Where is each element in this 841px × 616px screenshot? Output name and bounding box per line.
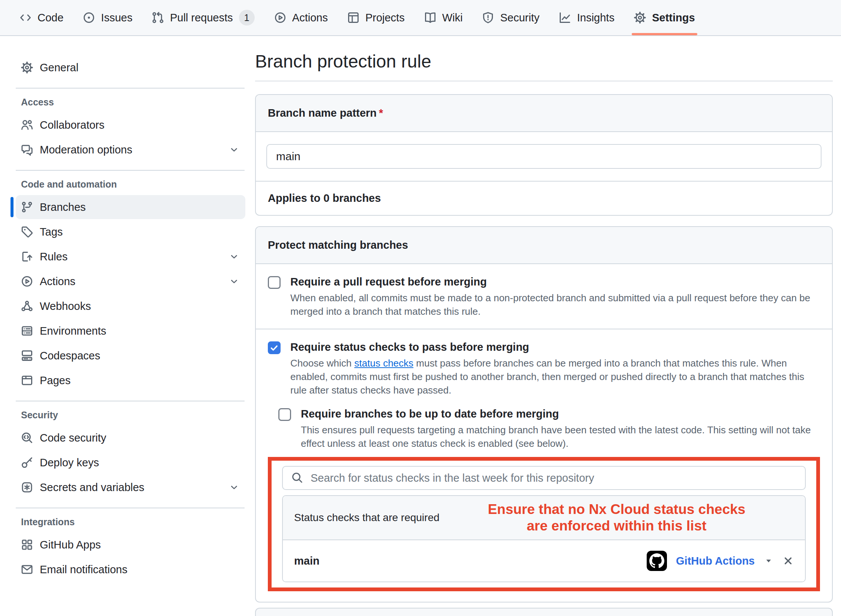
sidebar-item-email-notifications[interactable]: Email notifications — [16, 557, 245, 581]
required-status-checks-panel: Status checks that are required Ensure t… — [282, 495, 806, 582]
sidebar-item-label: Deploy keys — [40, 457, 239, 469]
sidebar-item-actions[interactable]: Actions — [16, 269, 245, 293]
require-pr-description: When enabled, all commits must be made t… — [290, 291, 819, 318]
checkmark-icon — [269, 343, 279, 353]
sidebar-item-tags[interactable]: Tags — [16, 220, 245, 244]
protect-matching-branches-header: Protect matching branches — [256, 227, 832, 264]
page-title: Branch protection rule — [255, 51, 833, 72]
code-scan-icon — [21, 432, 33, 444]
apps-icon — [21, 539, 33, 551]
sidebar-item-label: GitHub Apps — [40, 539, 239, 551]
tab-wiki[interactable]: Wiki — [417, 0, 470, 35]
require-status-checks-checkbox[interactable] — [268, 341, 281, 354]
sidebar-item-rules[interactable]: Rules — [16, 245, 245, 269]
sidebar-item-label: Webhooks — [40, 300, 239, 313]
divider — [16, 508, 245, 508]
tab-label: Code — [38, 12, 63, 24]
sidebar-item-label: Code security — [40, 432, 239, 444]
key-icon — [21, 457, 33, 469]
sidebar-item-label: Tags — [40, 226, 239, 238]
github-mark-icon — [649, 553, 664, 568]
annotation-line: Ensure that no Nx Cloud status checks — [440, 501, 794, 518]
branch-name-pattern-label: Branch name pattern — [268, 107, 377, 119]
require-up-to-date-checkbox[interactable] — [278, 408, 291, 421]
sidebar-item-label: Moderation options — [40, 144, 222, 156]
sidebar-item-label: Actions — [40, 275, 222, 288]
pull-requests-count-badge: 1 — [239, 10, 255, 26]
sidebar-item-collaborators[interactable]: Collaborators — [16, 113, 245, 137]
mail-icon — [21, 563, 33, 575]
table-icon — [347, 12, 359, 24]
protect-matching-branches-card: Protect matching branches Require a pull… — [255, 226, 833, 602]
tab-label: Issues — [101, 12, 132, 24]
divider — [255, 81, 833, 81]
people-icon — [21, 119, 33, 131]
sidebar-item-webhooks[interactable]: Webhooks — [16, 294, 245, 318]
sidebar-item-label: Collaborators — [40, 119, 239, 131]
divider — [16, 170, 245, 171]
tab-settings[interactable]: Settings — [626, 0, 702, 35]
sidebar-item-github-apps[interactable]: GitHub Apps — [16, 533, 245, 557]
tab-code[interactable]: Code — [12, 0, 71, 35]
github-actions-link[interactable]: GitHub Actions — [676, 555, 755, 567]
sidebar-item-deploy-keys[interactable]: Deploy keys — [16, 451, 245, 475]
tab-label: Projects — [365, 12, 405, 24]
require-up-to-date-description: This ensures pull requests targeting a m… — [301, 423, 820, 450]
status-check-row: main GitHub Actions — [283, 540, 805, 581]
status-check-search — [282, 466, 806, 490]
branch-name-pattern-card: Branch name pattern* Applies to 0 branch… — [255, 94, 833, 216]
play-icon — [274, 12, 286, 24]
sidebar-section-integrations: Integrations — [21, 517, 245, 527]
branch-name-pattern-header: Branch name pattern* — [256, 95, 832, 132]
sidebar-item-environments[interactable]: Environments — [16, 319, 245, 343]
caret-down-icon[interactable] — [764, 556, 773, 566]
code-icon — [20, 12, 32, 24]
branch-name-pattern-input[interactable] — [266, 144, 821, 169]
require-status-checks-label: Require status checks to pass before mer… — [290, 340, 819, 354]
require-pr-checkbox[interactable] — [268, 276, 281, 289]
chevron-down-icon — [229, 144, 239, 155]
tab-insights[interactable]: Insights — [551, 0, 622, 35]
sidebar-item-secrets-and-variables[interactable]: Secrets and variables — [16, 475, 245, 499]
rules-icon — [21, 251, 33, 263]
tab-security[interactable]: Security — [475, 0, 547, 35]
sidebar-item-label: Email notifications — [40, 563, 239, 576]
tab-label: Settings — [652, 12, 695, 24]
sidebar-item-codespaces[interactable]: Codespaces — [16, 344, 245, 368]
tab-projects[interactable]: Projects — [340, 0, 412, 35]
next-section-cut-off — [255, 608, 833, 616]
sidebar-item-moderation-options[interactable]: Moderation options — [16, 138, 245, 162]
sidebar-item-general[interactable]: General — [16, 56, 245, 80]
annotation-highlight-box: Status checks that are required Ensure t… — [268, 457, 820, 591]
chevron-down-icon — [229, 276, 239, 287]
repo-tab-bar: Code Issues Pull requests 1 Actions Proj… — [0, 0, 841, 36]
tab-label: Insights — [577, 12, 614, 24]
status-checks-link[interactable]: status checks — [354, 358, 414, 369]
server-icon — [21, 325, 33, 337]
annotation-line: are enforced within this list — [440, 518, 794, 534]
sidebar-item-label: Rules — [40, 251, 222, 263]
gear-icon — [634, 12, 646, 24]
sidebar-item-label: Secrets and variables — [40, 481, 222, 494]
sidebar-item-code-security[interactable]: Code security — [16, 426, 245, 450]
required-status-checks-header: Status checks that are required Ensure t… — [283, 496, 805, 540]
tab-pull-requests[interactable]: Pull requests 1 — [144, 0, 262, 35]
tab-label: Pull requests — [170, 12, 233, 24]
annotation-text: Ensure that no Nx Cloud status checks ar… — [440, 501, 794, 534]
remove-status-check-icon[interactable] — [782, 555, 794, 566]
git-branch-icon — [21, 201, 33, 213]
required-asterisk: * — [379, 107, 383, 119]
shield-icon — [482, 12, 494, 24]
graph-icon — [559, 12, 571, 24]
status-check-search-input[interactable] — [282, 466, 806, 490]
require-status-checks-row: Require status checks to pass before mer… — [256, 329, 832, 602]
tab-actions[interactable]: Actions — [267, 0, 335, 35]
sidebar-item-branches[interactable]: Branches — [16, 195, 245, 219]
sidebar-item-label: Branches — [40, 201, 239, 213]
play-icon — [21, 275, 33, 287]
require-status-checks-description: Choose which status checks must pass bef… — [290, 356, 819, 397]
tab-issues[interactable]: Issues — [75, 0, 140, 35]
sidebar-item-pages[interactable]: Pages — [16, 368, 245, 392]
divider — [16, 88, 245, 89]
issue-opened-icon — [83, 12, 95, 24]
